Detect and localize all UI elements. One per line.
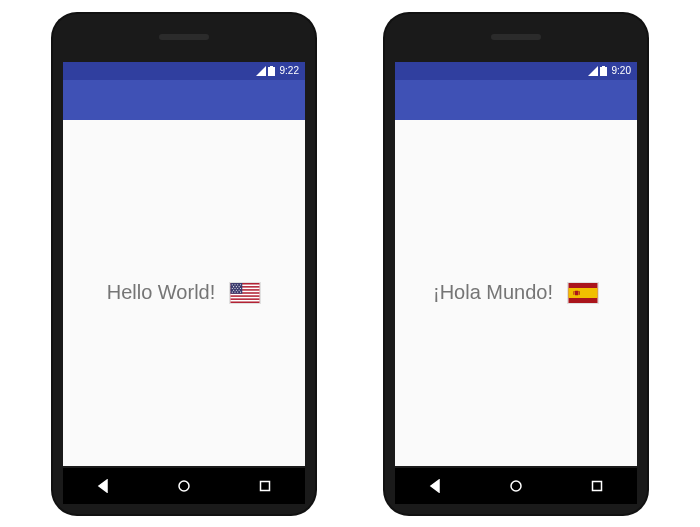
battery-icon	[268, 66, 275, 76]
home-icon[interactable]	[509, 479, 523, 493]
phone-device: 9:22 Hello World!	[53, 14, 315, 514]
action-bar	[395, 80, 637, 120]
svg-point-17	[232, 287, 233, 288]
svg-point-27	[240, 291, 241, 292]
svg-rect-29	[260, 481, 269, 490]
svg-point-26	[237, 291, 238, 292]
svg-rect-7	[231, 296, 260, 298]
svg-rect-36	[579, 291, 580, 295]
action-bar	[63, 80, 305, 120]
greeting-text: Hello World!	[107, 281, 216, 304]
svg-point-11	[235, 284, 236, 285]
svg-rect-8	[231, 299, 260, 301]
navigation-bar	[63, 468, 305, 504]
app-content: Hello World!	[63, 120, 305, 466]
svg-point-37	[511, 481, 521, 491]
svg-point-13	[240, 284, 241, 285]
status-icons	[588, 66, 607, 76]
svg-point-15	[236, 286, 237, 287]
status-icons	[256, 66, 275, 76]
signal-icon	[588, 66, 598, 76]
battery-icon	[600, 66, 607, 76]
phone-device: 9:20 ¡Hola Mundo!	[385, 14, 647, 514]
status-time: 9:20	[612, 65, 631, 76]
svg-point-19	[237, 287, 238, 288]
signal-icon	[256, 66, 266, 76]
svg-point-18	[235, 287, 236, 288]
svg-point-25	[235, 291, 236, 292]
svg-point-12	[237, 284, 238, 285]
svg-rect-35	[573, 291, 574, 295]
phone-screen: 9:22 Hello World!	[63, 62, 305, 466]
recents-icon[interactable]	[590, 479, 604, 493]
svg-rect-1	[270, 66, 273, 67]
svg-rect-34	[575, 290, 579, 295]
navigation-bar	[395, 468, 637, 504]
svg-point-10	[232, 284, 233, 285]
svg-point-23	[239, 289, 240, 290]
svg-rect-0	[268, 67, 275, 76]
back-icon[interactable]	[96, 479, 110, 493]
greeting-text: ¡Hola Mundo!	[433, 281, 553, 304]
home-icon[interactable]	[177, 479, 191, 493]
svg-point-22	[236, 289, 237, 290]
status-time: 9:22	[280, 65, 299, 76]
svg-rect-38	[592, 481, 601, 490]
back-icon[interactable]	[428, 479, 442, 493]
phone-screen: 9:20 ¡Hola Mundo!	[395, 62, 637, 466]
us-flag-icon	[229, 282, 261, 304]
svg-point-21	[233, 289, 234, 290]
svg-rect-33	[568, 288, 597, 298]
svg-rect-30	[600, 67, 607, 76]
es-flag-icon	[567, 282, 599, 304]
svg-point-28	[179, 481, 189, 491]
recents-icon[interactable]	[258, 479, 272, 493]
status-bar: 9:22	[63, 62, 305, 80]
svg-point-14	[233, 286, 234, 287]
status-bar: 9:20	[395, 62, 637, 80]
svg-rect-31	[602, 66, 605, 67]
svg-point-20	[240, 287, 241, 288]
svg-point-24	[232, 291, 233, 292]
svg-rect-6	[231, 293, 260, 295]
app-content: ¡Hola Mundo!	[395, 120, 637, 466]
svg-point-16	[239, 286, 240, 287]
